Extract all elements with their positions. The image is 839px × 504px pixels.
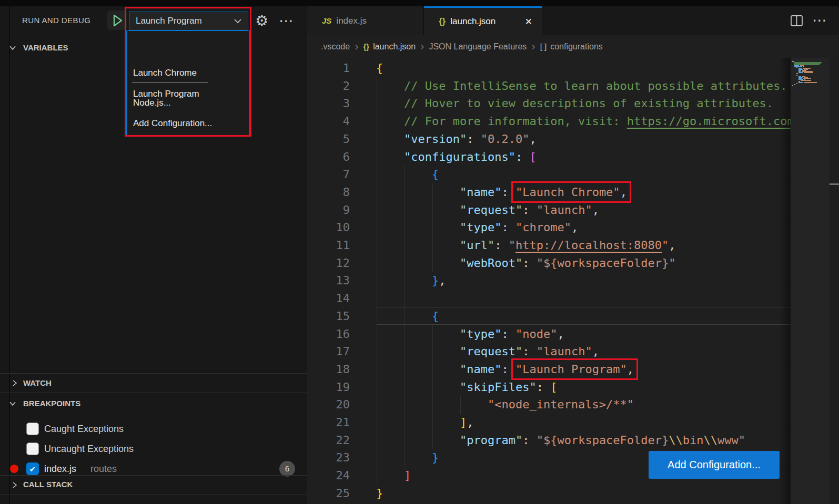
close-icon[interactable]: ✕ [519,16,532,27]
line-number[interactable]: 18 [307,361,350,378]
chevron-down-icon[interactable] [8,44,17,52]
line-number[interactable]: 19 [307,378,350,396]
dropdown-item-add-configuration[interactable]: Add Configuration... [133,118,212,129]
breadcrumb-folder[interactable]: .vscode [321,42,350,52]
section-divider [0,495,307,495]
line-number[interactable]: 16 [307,325,350,343]
gear-icon[interactable]: ⚙ [255,12,268,30]
line-number[interactable]: 4 [307,112,350,130]
code-line: "name": "Launch Program", [376,361,634,378]
section-breakpoints[interactable]: BREAKPOINTS [23,399,80,408]
breadcrumb-file[interactable]: launch.json [373,42,416,52]
line-number[interactable]: 12 [307,254,350,272]
chevron-right-icon: › [531,43,535,51]
code-line: "type": "chrome", [376,219,578,236]
tab-launchjson[interactable]: {} launch.json ✕ [424,6,542,35]
section-watch[interactable]: WATCH [23,378,52,387]
line-number[interactable]: 15 [307,307,350,325]
window-top-strip [0,0,839,6]
breakpoint-dot-icon [10,465,18,473]
line-number[interactable]: 20 [307,396,350,414]
editor-more-actions-icon[interactable]: ⋯ [812,12,827,29]
line-number[interactable]: 3 [307,95,350,112]
line-number[interactable]: 10 [307,219,350,236]
dropdown-item-launch-chrome[interactable]: Launch Chrome [133,68,197,78]
minimap[interactable] [791,58,830,504]
code-line: "request": "launch", [376,343,599,361]
section-divider [0,475,307,476]
panel-title: RUN AND DEBUG [22,16,90,25]
split-editor-icon[interactable] [790,14,803,27]
code-line: ] [376,467,411,485]
breakpoint-row-label[interactable]: Caught Exceptions [44,424,124,435]
more-actions-icon[interactable]: ⋯ [279,12,294,30]
line-number[interactable]: 7 [307,166,350,183]
json-file-icon: {} [363,42,369,51]
code-editor[interactable]: 1{2 // Use IntelliSense to learn about p… [307,58,791,504]
line-number[interactable]: 25 [307,485,350,502]
sidebar-left-border [9,6,9,504]
line-number[interactable]: 1 [307,59,350,77]
code-line: "skipFiles": [ [376,378,557,396]
section-variables[interactable]: VARIABLES [23,43,68,52]
code-line: // Use IntelliSense to learn about possi… [376,77,787,95]
chevron-right-icon[interactable] [11,379,19,387]
line-number[interactable]: 2 [307,77,350,95]
scrollbar-mark [830,183,839,185]
dropdown-separator [132,83,208,83]
line-number[interactable]: 6 [307,148,350,166]
chevron-down-icon [233,16,242,26]
section-call-stack[interactable]: CALL STACK [23,480,73,489]
breakpoint-row-label[interactable]: Uncaught Exceptions [44,444,134,455]
line-number[interactable]: 13 [307,272,350,290]
debug-config-dropdown: Launch Chrome Launch Program Node.js... … [126,30,250,136]
code-line: } [376,485,383,502]
minimap-line [798,72,813,73]
debug-config-selected-value: Launch Program [136,16,233,26]
code-line: { [376,166,439,183]
minimap-line [796,73,798,74]
line-number[interactable]: 5 [307,130,350,148]
chevron-right-icon[interactable] [11,481,19,489]
tab-label: launch.json [450,16,496,27]
line-number[interactable]: 9 [307,201,350,219]
tab-indexjs[interactable]: JS index.js [307,6,424,35]
play-icon[interactable] [112,14,124,27]
minimap-shadow [779,58,791,504]
debug-config-select[interactable]: Launch Program [129,12,248,30]
line-number[interactable]: 24 [307,467,350,485]
code-line: // Hover to view descriptions of existin… [376,95,773,112]
minimap-line [796,83,797,84]
breadcrumb-language-features[interactable]: JSON Language Features [429,42,527,52]
line-number[interactable]: 21 [307,414,350,431]
vscode-window: RUN AND DEBUG Launch Program ⚙ ⋯ Launch … [0,0,839,504]
minimap-line [798,82,817,83]
line-number[interactable]: 14 [307,290,350,307]
minimap-line [796,67,797,68]
checkbox-uncaught-exceptions[interactable] [26,443,39,455]
minimap-line [794,66,804,67]
line-number[interactable]: 22 [307,431,350,449]
tab-label: index.js [336,16,367,26]
line-number[interactable]: 17 [307,343,350,361]
code-line: "name": "Launch Chrome", [376,183,627,201]
line-number[interactable]: 8 [307,183,350,201]
checkbox-caught-exceptions[interactable] [26,423,39,435]
code-line: // For more information, visit: https://… [376,112,791,130]
code-line: { [376,59,383,77]
line-number[interactable]: 23 [307,449,350,467]
section-divider [0,393,307,393]
code-line: { [376,307,439,325]
breakpoint-file-label[interactable]: index.js [44,464,76,475]
code-line: }, [376,272,446,290]
dropdown-item-nodejs[interactable]: Node.js... [133,98,171,108]
code-line: ], [376,414,473,431]
add-configuration-button[interactable]: Add Configuration... [649,451,780,479]
breadcrumb-symbol[interactable]: configurations [550,42,603,52]
breakpoint-count-badge: 6 [279,461,295,477]
vertical-scrollbar[interactable] [830,58,839,504]
chevron-right-icon: › [355,43,358,51]
chevron-down-icon[interactable] [8,399,17,408]
checkbox-indexjs-breakpoint[interactable]: ✔ [26,462,39,475]
line-number[interactable]: 11 [307,236,350,254]
